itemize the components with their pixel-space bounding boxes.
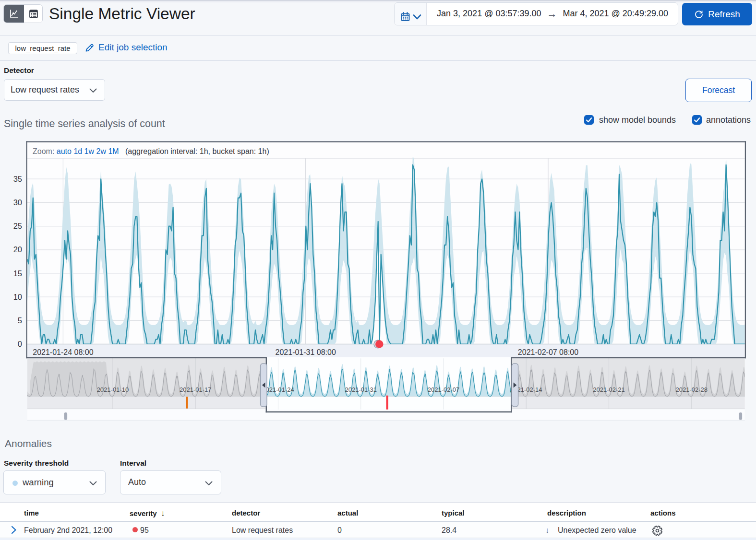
svg-text:25: 25: [13, 222, 22, 230]
svg-text:15: 15: [13, 269, 22, 278]
svg-text:2021-02-28: 2021-02-28: [675, 386, 708, 393]
svg-text:2021-01-17: 2021-01-17: [180, 386, 212, 393]
svg-text:2021-02-07: 2021-02-07: [428, 386, 460, 393]
svg-text:0: 0: [18, 340, 22, 348]
svg-text:2021-01-31 08:00: 2021-01-31 08:00: [276, 348, 336, 356]
svg-text:5: 5: [18, 316, 22, 325]
svg-text:2021-01-31: 2021-01-31: [345, 386, 377, 393]
svg-text:2021-01-24 08:00: 2021-01-24 08:00: [33, 348, 93, 356]
svg-text:2021-02-21: 2021-02-21: [593, 386, 625, 393]
svg-text:2021-02-07 08:00: 2021-02-07 08:00: [518, 348, 578, 356]
svg-text:Zoom: auto 1d 1w 2w 1M (aggr: Zoom: auto 1d 1w 2w 1M (aggregation inte…: [33, 147, 269, 155]
svg-text:30: 30: [13, 198, 22, 207]
svg-text:2021-01-10: 2021-01-10: [97, 386, 129, 393]
svg-text:35: 35: [13, 175, 22, 183]
svg-text:20: 20: [13, 245, 22, 254]
svg-text:10: 10: [13, 293, 22, 301]
